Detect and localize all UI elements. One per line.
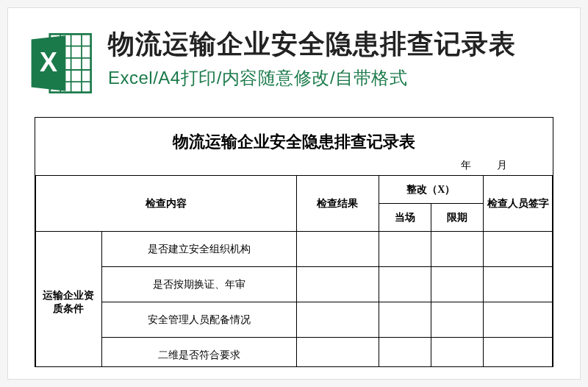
svg-text:X: X	[40, 47, 57, 77]
col-header-fix-group: 整改（X）	[379, 176, 484, 204]
date-line: 年 月	[35, 156, 553, 175]
table-row: 运输企业资质条件 是否建立安全组织机构	[36, 232, 553, 267]
title-block: 物流运输企业安全隐患排查记录表 Excel/A4打印/内容随意修改/自带格式	[108, 27, 564, 90]
item-cell: 是否按期换证、年审	[101, 267, 296, 302]
page-container: X 物流运输企业安全隐患排查记录表 Excel/A4打印/内容随意修改/自带格式…	[7, 7, 581, 380]
table-row: 二维是否符合要求	[36, 338, 553, 368]
category-cell: 运输企业资质条件	[36, 232, 102, 368]
result-cell	[296, 232, 379, 267]
item-cell: 安全管理人员配备情况	[101, 302, 296, 338]
col-header-result: 检查结果	[296, 176, 379, 232]
table-row: 安全管理人员配备情况	[36, 302, 553, 338]
sub-title: Excel/A4打印/内容随意修改/自带格式	[108, 66, 564, 90]
month-label: 月	[497, 160, 507, 171]
fix-deadline-cell	[431, 267, 483, 302]
fix-now-cell	[379, 232, 431, 267]
col-header-signature: 检查人员签字	[484, 176, 553, 232]
fix-deadline-cell	[431, 232, 483, 267]
signature-cell	[484, 232, 553, 267]
fix-deadline-cell	[431, 302, 483, 338]
year-label: 年	[461, 160, 471, 171]
document-title: 物流运输企业安全隐患排查记录表	[35, 118, 553, 156]
header: X 物流运输企业安全隐患排查记录表 Excel/A4打印/内容随意修改/自带格式	[8, 8, 580, 104]
signature-cell	[484, 338, 553, 368]
col-header-fix-deadline: 限期	[431, 204, 483, 232]
fix-now-cell	[379, 267, 431, 302]
main-title: 物流运输企业安全隐患排查记录表	[108, 27, 564, 62]
result-cell	[296, 302, 379, 338]
excel-icon: X	[29, 30, 95, 96]
col-header-fix-now: 当场	[379, 204, 431, 232]
item-cell: 是否建立安全组织机构	[101, 232, 296, 267]
fix-now-cell	[379, 338, 431, 368]
signature-cell	[484, 267, 553, 302]
signature-cell	[484, 302, 553, 338]
result-cell	[296, 338, 379, 368]
col-header-content: 检查内容	[36, 176, 297, 232]
inspection-table: 检查内容 检查结果 整改（X） 检查人员签字 当场 限期 运输企业资质条件 是否…	[35, 175, 553, 367]
result-cell	[296, 267, 379, 302]
item-cell: 二维是否符合要求	[101, 338, 296, 368]
table-row: 是否按期换证、年审	[36, 267, 553, 302]
document-preview: 物流运输企业安全隐患排查记录表 年 月 检查内容 检查结果 整改（X） 检查人员…	[35, 117, 553, 367]
fix-deadline-cell	[431, 338, 483, 368]
fix-now-cell	[379, 302, 431, 338]
